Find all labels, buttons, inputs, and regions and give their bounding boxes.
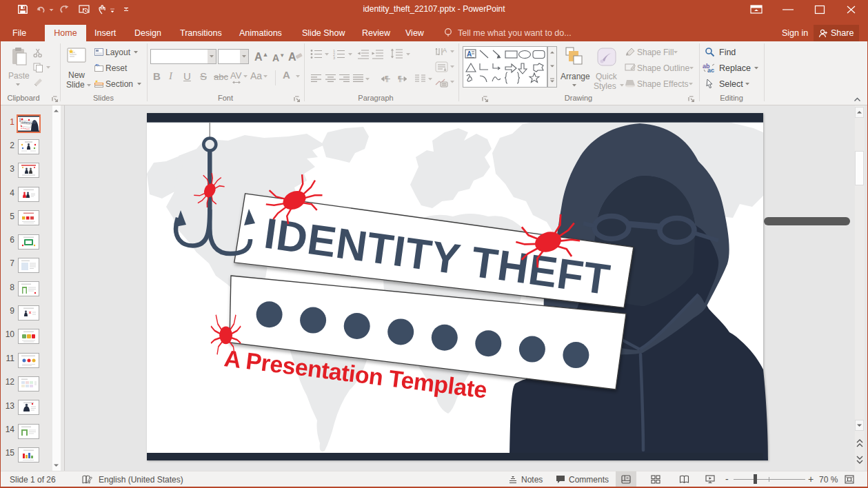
svg-text:ac: ac bbox=[707, 67, 714, 73]
svg-text:3: 3 bbox=[333, 56, 335, 59]
svg-text:¶: ¶ bbox=[398, 75, 402, 83]
svg-text:¶: ¶ bbox=[385, 75, 389, 83]
svg-text:A: A bbox=[443, 47, 447, 54]
svg-text:A: A bbox=[467, 50, 472, 58]
